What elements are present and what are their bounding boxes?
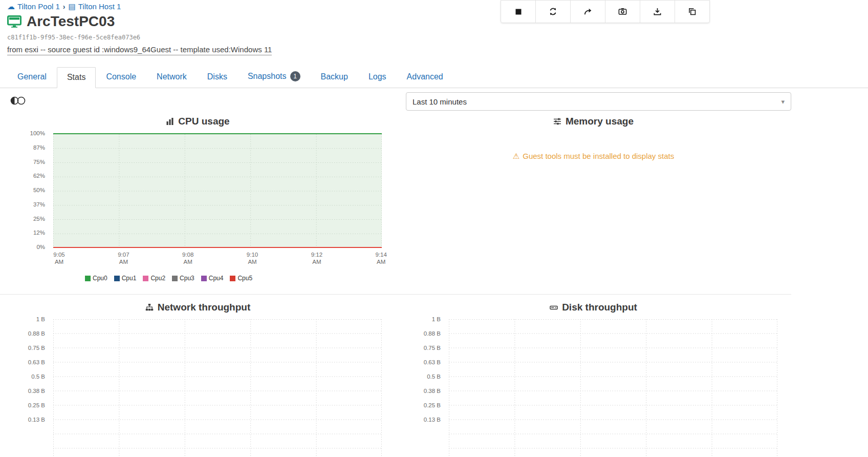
- legend-item-cpu5[interactable]: Cpu5: [230, 275, 252, 282]
- disk-plot-area: [449, 319, 777, 457]
- stats-controls-row: Last 10 minutes ▾: [0, 88, 791, 111]
- tab-stats[interactable]: Stats: [57, 67, 96, 88]
- forward-button[interactable]: [570, 0, 605, 23]
- tab-snapshots[interactable]: Snapshots 1: [237, 66, 311, 88]
- y-tick: 0.88 B: [424, 330, 441, 337]
- tab-console-label: Console: [106, 72, 136, 81]
- y-tick: 25%: [33, 216, 45, 222]
- legend-label: Cpu3: [180, 275, 194, 282]
- tab-snapshots-label: Snapshots: [248, 72, 287, 81]
- copy-icon: [688, 7, 697, 16]
- stop-icon: [514, 8, 523, 16]
- tab-backup[interactable]: Backup: [311, 67, 358, 88]
- refresh-icon: [549, 7, 557, 16]
- tab-general-label: General: [17, 72, 47, 81]
- network-throughput-title-text: Network throughput: [158, 302, 251, 313]
- theme-toggle-icon: [10, 95, 26, 106]
- x-tick: 9:07 AM: [114, 251, 133, 266]
- cpu-legend: Cpu0 Cpu1 Cpu2 Cpu3 Cpu4 Cpu5: [85, 275, 396, 282]
- x-tick: 9:14 AM: [372, 251, 390, 266]
- time-range-select[interactable]: Last 10 minutes ▾: [406, 92, 791, 111]
- download-button[interactable]: [640, 0, 675, 23]
- disk-throughput-title-text: Disk throughput: [562, 302, 637, 313]
- legend-item-cpu4[interactable]: Cpu4: [201, 275, 224, 282]
- tab-network-label: Network: [157, 72, 187, 81]
- legend-item-cpu3[interactable]: Cpu3: [172, 275, 194, 282]
- tab-advanced[interactable]: Advanced: [397, 67, 453, 88]
- guest-tools-warning: ⚠Guest tools must be installed to displa…: [396, 152, 791, 161]
- legend-label: Cpu0: [93, 275, 107, 282]
- forward-arrow-icon: [583, 7, 592, 16]
- legend-swatch: [114, 276, 120, 281]
- y-tick: 12%: [33, 230, 45, 236]
- network-throughput-title: Network throughput: [0, 302, 396, 313]
- y-tick: 50%: [33, 187, 45, 193]
- camera-icon: [618, 7, 627, 16]
- tab-logs-label: Logs: [368, 72, 386, 81]
- y-tick: 75%: [33, 159, 45, 165]
- y-tick: 0.38 B: [424, 388, 441, 394]
- y-tick: 37%: [33, 201, 45, 207]
- disk-throughput-panel: Disk throughput 1 B 0.88 B 0.75 B 0.63 B…: [396, 295, 791, 457]
- bar-chart-icon: [166, 117, 174, 126]
- legend-swatch: [230, 276, 235, 281]
- breadcrumb-pool-label: Tilton Pool 1: [17, 2, 60, 11]
- y-tick: 1 B: [432, 316, 441, 322]
- cpu-usage-title: CPU usage: [0, 116, 396, 127]
- clone-button[interactable]: [675, 0, 710, 23]
- vm-description: from esxi -- source guest id :windows9_6…: [7, 45, 272, 55]
- refresh-button[interactable]: [535, 0, 571, 23]
- y-tick: 0.25 B: [424, 402, 441, 408]
- tab-general[interactable]: General: [7, 67, 57, 88]
- y-tick: 0.13 B: [424, 417, 441, 423]
- network-plot-area: [53, 319, 382, 457]
- legend-swatch: [172, 276, 178, 281]
- legend-item-cpu1[interactable]: Cpu1: [114, 275, 137, 282]
- y-tick: 87%: [33, 144, 45, 151]
- legend-item-cpu0[interactable]: Cpu0: [85, 275, 107, 282]
- disk-throughput-title: Disk throughput: [396, 302, 791, 313]
- y-tick: 0.75 B: [424, 345, 441, 351]
- tab-disks-label: Disks: [207, 72, 227, 81]
- tab-network[interactable]: Network: [146, 67, 197, 88]
- page-title: ArcTestPC03: [27, 13, 115, 30]
- y-tick: 0.38 B: [28, 388, 45, 394]
- sitemap-icon: [145, 303, 154, 311]
- memory-usage-panel: Memory usage ⚠Guest tools must be instal…: [396, 111, 791, 282]
- network-y-axis: 1 B 0.88 B 0.75 B 0.63 B 0.5 B 0.38 B 0.…: [0, 319, 49, 457]
- cpu-grid: [53, 134, 382, 248]
- host-icon: ▤: [69, 2, 76, 11]
- y-tick: 1 B: [36, 316, 45, 322]
- breadcrumb-pool-link[interactable]: ☁ Tilton Pool 1: [7, 2, 60, 11]
- tab-advanced-label: Advanced: [407, 72, 443, 81]
- network-grid: [53, 319, 382, 457]
- tab-stats-label: Stats: [67, 73, 85, 82]
- y-tick: 0.63 B: [28, 359, 45, 365]
- tab-disks[interactable]: Disks: [197, 67, 237, 88]
- y-tick: 0%: [36, 244, 45, 250]
- network-throughput-panel: Network throughput 1 B 0.88 B 0.75 B 0.6…: [0, 295, 396, 457]
- y-tick: 0.13 B: [28, 417, 45, 423]
- legend-label: Cpu1: [122, 275, 137, 282]
- snapshots-count-badge: 1: [290, 71, 300, 81]
- page-header: ☁ Tilton Pool 1 › ▤ Tilton Host 1 ArcTes…: [0, 0, 868, 55]
- disk-y-axis: 1 B 0.88 B 0.75 B 0.63 B 0.5 B 0.38 B 0.…: [396, 319, 445, 457]
- cloud-icon: ☁: [7, 2, 15, 11]
- y-tick: 0.75 B: [28, 345, 45, 351]
- breadcrumb: ☁ Tilton Pool 1 › ▤ Tilton Host 1: [7, 2, 861, 11]
- x-tick: 9:05 AM: [50, 251, 69, 266]
- legend-label: Cpu4: [209, 275, 224, 282]
- legend-label: Cpu2: [150, 275, 165, 282]
- theme-toggle[interactable]: [10, 95, 28, 108]
- screenshot-button[interactable]: [605, 0, 640, 23]
- tab-logs[interactable]: Logs: [358, 67, 397, 88]
- legend-item-cpu2[interactable]: Cpu2: [143, 275, 165, 282]
- y-tick: 0.25 B: [28, 402, 45, 408]
- stop-button[interactable]: [501, 0, 536, 23]
- y-tick: 0.5 B: [31, 373, 45, 380]
- tab-console[interactable]: Console: [96, 67, 146, 88]
- vm-monitor-icon: [7, 15, 21, 28]
- y-tick: 0.63 B: [424, 359, 441, 365]
- breadcrumb-host-link[interactable]: ▤ Tilton Host 1: [69, 2, 121, 11]
- memory-usage-title-text: Memory usage: [566, 116, 634, 127]
